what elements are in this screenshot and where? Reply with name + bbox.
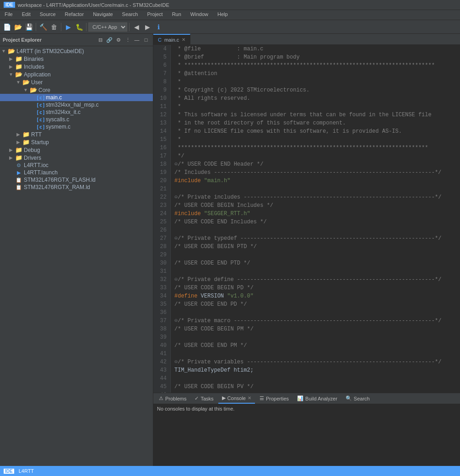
menu-item-navigate[interactable]: Navigate xyxy=(88,10,117,20)
tree-icon-stm32-ram: 📋 xyxy=(15,184,23,190)
tree-item-l4rtt-root[interactable]: ▼📂L4RTT (in STM32CubeIDE) xyxy=(0,47,153,55)
tree-label-stm32l4xx-hal: stm32l4xx_hal_msp.c xyxy=(46,102,98,108)
tree-item-startup[interactable]: ▶📁Startup xyxy=(0,138,153,146)
tab-label-build analyzer: Build Analyzer xyxy=(305,396,337,401)
bottom-tab-search[interactable]: 🔍Search xyxy=(342,394,373,404)
tree-icon-debug: 📁 xyxy=(15,146,23,153)
separator-2 xyxy=(61,23,61,31)
tree-item-l4rtt-launch[interactable]: ▶L4RTT.launch xyxy=(0,169,153,176)
tree-item-stm32-flash[interactable]: 📋STM32L476RGTX_FLASH.ld xyxy=(0,176,153,184)
menu-item-file[interactable]: File xyxy=(0,10,17,20)
tab-close-console[interactable]: ✕ xyxy=(248,395,251,400)
sidebar-filter[interactable]: ⚙ xyxy=(114,36,123,44)
menu-item-window[interactable]: Window xyxy=(186,10,213,20)
bottom-tab-console[interactable]: ▶Console✕ xyxy=(218,394,255,404)
tree-item-includes[interactable]: ▶📁Includes xyxy=(0,63,153,70)
sidebar-collapse-all[interactable]: ⊟ xyxy=(96,36,104,44)
toolbar-forward[interactable]: ▶ xyxy=(142,22,152,32)
tree-item-stm32l4xx-it[interactable]: [c]stm32l4xx_it.c xyxy=(0,108,153,116)
sidebar-actions: ⊟ 🔗 ⚙ ⋮ — □ xyxy=(96,36,150,44)
status-label: L4RTT xyxy=(19,468,34,474)
sidebar-maximize[interactable]: □ xyxy=(142,36,150,44)
tree-item-debug[interactable]: ▶📁Debug xyxy=(0,146,153,154)
tree-label-stm32l4xx-it: stm32l4xx_it.c xyxy=(46,109,81,115)
tree-item-main-c[interactable]: [c]main.c xyxy=(0,94,153,101)
editor-content[interactable]: 4 5 6 7 8 9 10 11 12 13 14 15 16 17 18 1… xyxy=(153,45,460,393)
bottom-tabs: ⚠Problems✓Tasks▶Console✕☰Properties📊Buil… xyxy=(153,393,460,404)
menu-item-refactor[interactable]: Refactor xyxy=(60,10,89,20)
toolbar-info[interactable]: ℹ xyxy=(153,22,163,32)
menu-item-project[interactable]: Project xyxy=(142,10,167,20)
code-content[interactable]: * @file : main.c * @brief : Main program… xyxy=(171,45,460,393)
sidebar-tree: ▼📂L4RTT (in STM32CubeIDE)▶📁Binaries▶📁Inc… xyxy=(0,46,153,466)
menu-item-edit[interactable]: Edit xyxy=(17,10,35,20)
tree-arrow-includes[interactable]: ▶ xyxy=(7,64,15,69)
bottom-tab-build-analyzer[interactable]: 📊Build Analyzer xyxy=(293,394,341,404)
tree-icon-user: 📂 xyxy=(22,79,30,86)
tree-item-l4rtt-ioc[interactable]: ⚙L4RTT.ioc xyxy=(0,162,153,169)
tree-arrow-l4rtt-root[interactable]: ▼ xyxy=(0,49,7,54)
ide-icon: IDE xyxy=(4,2,15,8)
editor-tab-main-c[interactable]: C main.c ✕ xyxy=(153,34,190,44)
tree-arrow-rtt[interactable]: ▶ xyxy=(15,132,22,137)
tab-icon-search: 🔍 xyxy=(346,395,352,401)
tree-item-drivers[interactable]: ▶📁Drivers xyxy=(0,154,153,162)
tree-item-stm32l4xx-hal[interactable]: [c]stm32l4xx_hal_msp.c xyxy=(0,101,153,108)
menu-item-help[interactable]: Help xyxy=(213,10,233,20)
bottom-tab-tasks[interactable]: ✓Tasks xyxy=(191,394,217,404)
tree-item-syscalls[interactable]: [c]syscalls.c xyxy=(0,116,153,123)
tree-arrow-drivers[interactable]: ▶ xyxy=(7,155,15,160)
tree-label-rtt: RTT xyxy=(31,131,42,138)
tree-item-stm32-ram[interactable]: 📋STM32L476RGTX_RAM.ld xyxy=(0,184,153,191)
separator-4 xyxy=(129,23,130,31)
tab-icon-properties: ☰ xyxy=(260,395,264,401)
tree-item-application[interactable]: ▼📂Application xyxy=(0,70,153,78)
tree-icon-includes: 📁 xyxy=(15,63,23,70)
tab-icon-problems: ⚠ xyxy=(159,395,163,401)
bottom-tab-properties[interactable]: ☰Properties xyxy=(256,394,292,404)
tree-arrow-startup[interactable]: ▶ xyxy=(15,140,22,145)
tree-item-sysmem[interactable]: [c]sysmem.c xyxy=(0,123,153,130)
build-config-dropdown[interactable]: C/C++ App xyxy=(88,22,127,32)
tree-item-binaries[interactable]: ▶📁Binaries xyxy=(0,55,153,63)
toolbar-run[interactable]: ▶ xyxy=(63,22,73,32)
tree-arrow-user[interactable]: ▼ xyxy=(15,80,22,85)
tree-item-rtt[interactable]: ▶📁RTT xyxy=(0,130,153,138)
tree-icon-main-c: [c] xyxy=(37,95,45,101)
bottom-panel: ⚠Problems✓Tasks▶Console✕☰Properties📊Buil… xyxy=(153,393,460,466)
tree-item-core[interactable]: ▼📂Core xyxy=(0,86,153,94)
menu-item-run[interactable]: Run xyxy=(168,10,186,20)
sidebar-dots[interactable]: ⋮ xyxy=(124,36,132,44)
tab-icon-tasks: ✓ xyxy=(195,395,199,401)
toolbar-debug[interactable]: 🐛 xyxy=(74,22,84,32)
tree-icon-stm32l4xx-it: [c] xyxy=(37,109,45,115)
tree-arrow-binaries[interactable]: ▶ xyxy=(7,56,15,61)
sidebar-title: Project Explorer xyxy=(3,37,42,43)
toolbar: 📄 📂 💾 🔨 🗑 ▶ 🐛 C/C++ App ◀ ▶ ℹ xyxy=(0,20,460,34)
sidebar-minimize[interactable]: — xyxy=(133,36,141,44)
toolbar-save[interactable]: 💾 xyxy=(24,22,34,32)
toolbar-clean[interactable]: 🗑 xyxy=(49,22,59,32)
menu-item-source[interactable]: Source xyxy=(35,10,60,20)
tree-icon-syscalls: [c] xyxy=(37,117,45,123)
bottom-tab-problems[interactable]: ⚠Problems xyxy=(155,394,190,404)
tree-label-l4rtt-launch: L4RTT.launch xyxy=(24,169,58,176)
tab-label-search: Search xyxy=(354,396,370,401)
tree-arrow-core[interactable]: ▼ xyxy=(22,87,29,92)
sidebar-link-editor[interactable]: 🔗 xyxy=(105,36,114,44)
tree-label-stm32-flash: STM32L476RGTX_FLASH.ld xyxy=(24,177,96,183)
tree-item-user[interactable]: ▼📂User xyxy=(0,78,153,86)
toolbar-build[interactable]: 🔨 xyxy=(38,22,48,32)
editor-tabs: C main.c ✕ xyxy=(153,34,460,45)
tree-arrow-debug[interactable]: ▶ xyxy=(7,147,15,152)
tab-close[interactable]: ✕ xyxy=(182,37,185,42)
menu-item-search[interactable]: Search xyxy=(118,10,143,20)
tree-icon-drivers: 📁 xyxy=(15,154,23,161)
toolbar-open[interactable]: 📂 xyxy=(13,22,23,32)
tree-label-drivers: Drivers xyxy=(24,155,41,161)
toolbar-back[interactable]: ◀ xyxy=(131,22,141,32)
toolbar-new[interactable]: 📄 xyxy=(2,22,12,32)
editor-area: C main.c ✕ 4 5 6 7 8 9 10 11 12 13 14 15… xyxy=(153,34,460,393)
tree-arrow-application[interactable]: ▼ xyxy=(7,72,15,77)
menu-bar: FileEditSourceRefactorNavigateSearchProj… xyxy=(0,10,460,20)
